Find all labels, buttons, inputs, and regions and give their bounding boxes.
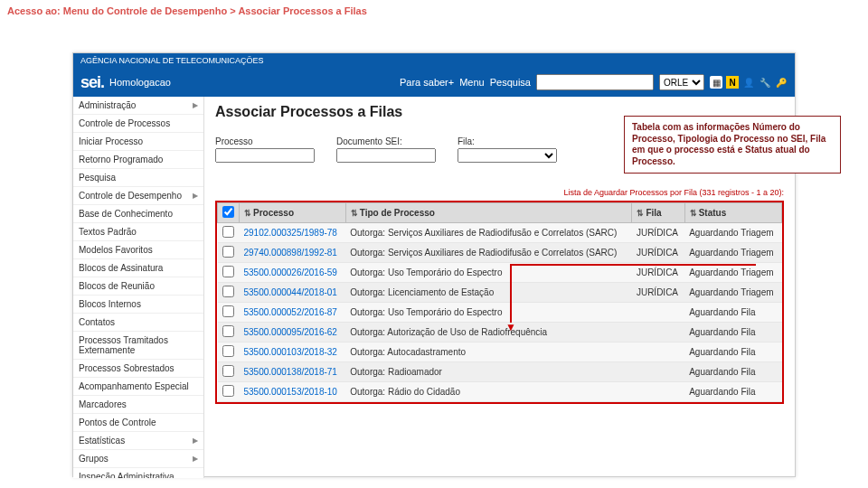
row-checkbox[interactable] <box>222 266 234 277</box>
cell-tipo: Outorga: Uso Temporário do Espectro <box>345 303 632 323</box>
cell-tipo: Outorga: Rádio do Cidadão <box>345 382 632 402</box>
sidebar-item[interactable]: Controle de Desempenho▶ <box>73 187 203 205</box>
search-input[interactable] <box>536 74 654 90</box>
row-checkbox[interactable] <box>222 226 234 238</box>
chevron-right-icon: ▶ <box>193 436 198 445</box>
process-link[interactable]: 53500.000026/2016-59 <box>244 267 337 277</box>
cell-tipo: Outorga: Licenciamento de Estação <box>345 283 632 303</box>
sidebar-item[interactable]: Blocos de Reunião <box>73 277 203 296</box>
cell-status: Aguardando Triagem <box>684 243 781 263</box>
process-link[interactable]: 53500.000153/2018-10 <box>244 387 337 397</box>
sidebar-item[interactable]: Acompanhamento Especial <box>73 378 203 396</box>
sidebar-item-label: Blocos Internos <box>79 299 141 309</box>
sidebar-item[interactable]: Pontos de Controle <box>73 414 203 432</box>
chevron-right-icon: ▶ <box>193 192 198 200</box>
filter-doc-input[interactable] <box>336 148 436 163</box>
sort-icon[interactable]: ⇅ <box>690 209 697 218</box>
cell-fila <box>632 382 684 402</box>
sidebar-item[interactable]: Estatísticas▶ <box>73 432 203 450</box>
link-menu[interactable]: Menu <box>459 77 485 88</box>
sidebar-item[interactable]: Controle de Processos <box>73 115 203 133</box>
sidebar: Administração▶Controle de ProcessosInici… <box>73 97 204 478</box>
process-link[interactable]: 53500.000044/2018-01 <box>244 287 337 297</box>
sidebar-item[interactable]: Administração▶ <box>73 97 203 115</box>
sidebar-item[interactable]: Processos Sobrestados <box>73 360 203 378</box>
cell-status: Aguardando Fila <box>684 323 781 343</box>
nav-icons: ▦ N 👤 🔧 🔑 <box>710 76 788 89</box>
row-checkbox[interactable] <box>222 345 234 357</box>
process-table: ⇅Processo ⇅Tipo de Processo ⇅Fila ⇅Statu… <box>217 202 782 402</box>
process-link[interactable]: 29102.000325/1989-78 <box>244 228 337 238</box>
env-label: Homologacao <box>109 77 171 88</box>
process-link[interactable]: 53500.000138/2018-71 <box>244 367 337 377</box>
sidebar-item[interactable]: Contatos <box>73 314 203 332</box>
sidebar-item[interactable]: Inspeção Administrativa <box>73 468 203 478</box>
cell-tipo: Outorga: Radioamador <box>345 362 632 382</box>
label-pesquisa: Pesquisa <box>490 77 531 88</box>
sidebar-item-label: Blocos de Assinatura <box>79 263 163 273</box>
cell-fila <box>632 323 684 343</box>
filter-processo-input[interactable] <box>215 148 315 163</box>
row-checkbox[interactable] <box>222 385 234 397</box>
row-checkbox[interactable] <box>222 286 234 297</box>
sidebar-item[interactable]: Marcadores <box>73 396 203 414</box>
sidebar-item-label: Blocos de Reunião <box>79 281 155 291</box>
process-link[interactable]: 53500.000095/2016-62 <box>244 327 337 337</box>
annotation-arrow-icon: ▼ <box>505 321 516 333</box>
row-checkbox[interactable] <box>222 246 234 258</box>
sidebar-item-label: Iniciar Processo <box>79 136 143 146</box>
cell-status: Aguardando Fila <box>684 362 781 382</box>
table-row: 53500.000153/2018-10Outorga: Rádio do Ci… <box>218 382 782 402</box>
sidebar-item[interactable]: Textos Padrão <box>73 223 203 241</box>
notification-icon[interactable]: N <box>726 76 739 89</box>
sort-icon[interactable]: ⇅ <box>244 209 251 218</box>
sort-icon[interactable]: ⇅ <box>351 209 358 218</box>
cell-fila <box>632 362 684 382</box>
cell-tipo: Outorga: Autorização de Uso de Radiofreq… <box>345 323 632 343</box>
sidebar-item[interactable]: Retorno Programado <box>73 151 203 169</box>
row-checkbox[interactable] <box>222 305 234 317</box>
sidebar-item[interactable]: Processos Tramitados Externamente <box>73 332 203 360</box>
table-row: 53500.000095/2016-62Outorga: Autorização… <box>218 323 782 343</box>
col-tipo: Tipo de Processo <box>360 208 435 218</box>
sidebar-item[interactable]: Iniciar Processo <box>73 133 203 151</box>
col-fila: Fila <box>646 208 661 218</box>
sidebar-item-label: Base de Conhecimento <box>79 209 173 219</box>
process-link[interactable]: 29740.000898/1992-81 <box>244 248 337 258</box>
row-checkbox[interactable] <box>222 365 234 377</box>
table-row: 29102.000325/1989-78Outorga: Serviços Au… <box>218 223 782 243</box>
table-row: 53500.000052/2016-87Outorga: Uso Temporá… <box>218 303 782 323</box>
sidebar-item[interactable]: Pesquisa <box>73 169 203 187</box>
sidebar-item[interactable]: Grupos▶ <box>73 450 203 468</box>
table-row: 53500.000138/2018-71Outorga: Radioamador… <box>218 362 782 382</box>
col-status: Status <box>699 208 727 218</box>
sidebar-item[interactable]: Blocos Internos <box>73 296 203 314</box>
cell-fila: JURÍDICA <box>632 243 684 263</box>
filter-processo-label: Processo <box>215 136 315 146</box>
chevron-right-icon: ▶ <box>193 101 198 109</box>
sidebar-item[interactable]: Base de Conhecimento <box>73 205 203 223</box>
cell-tipo: Outorga: Serviços Auxiliares de Radiodif… <box>345 223 632 243</box>
user-icon[interactable]: 👤 <box>742 76 755 89</box>
cell-fila: JURÍDICA <box>632 283 684 303</box>
cell-status: Aguardando Triagem <box>684 223 781 243</box>
annotation-line-h <box>510 264 756 266</box>
sidebar-item[interactable]: Blocos de Assinatura <box>73 259 203 277</box>
cell-status: Aguardando Fila <box>684 382 781 402</box>
grid-icon[interactable]: ▦ <box>710 76 722 89</box>
breadcrumb-text: Acesso ao: Menu do Controle de Desempenh… <box>0 0 868 22</box>
sort-icon[interactable]: ⇅ <box>637 209 644 218</box>
row-checkbox[interactable] <box>222 325 234 337</box>
cell-fila <box>632 343 684 362</box>
sidebar-item-label: Processos Sobrestados <box>79 363 175 373</box>
config-icon[interactable]: 🔧 <box>759 76 771 89</box>
sidebar-item[interactable]: Modelos Favoritos <box>73 241 203 259</box>
unit-select[interactable]: ORLE <box>659 74 704 90</box>
select-all-checkbox[interactable] <box>222 206 234 218</box>
filter-fila-select[interactable] <box>458 148 557 163</box>
process-link[interactable]: 53500.000052/2016-87 <box>244 307 337 317</box>
sidebar-item-label: Textos Padrão <box>79 227 137 237</box>
link-para-saber[interactable]: Para saber+ <box>400 77 454 88</box>
exit-icon[interactable]: 🔑 <box>775 76 788 89</box>
process-link[interactable]: 53500.000103/2018-32 <box>244 347 337 357</box>
